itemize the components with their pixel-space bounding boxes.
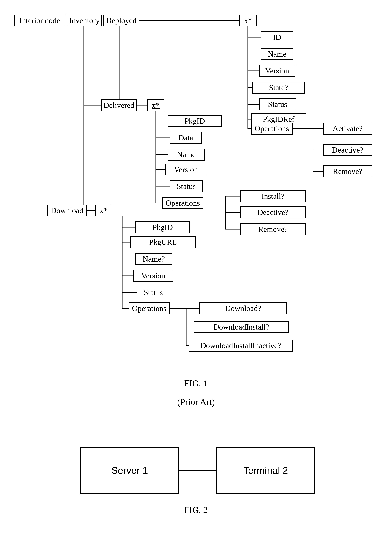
node-deployed-op-remove: Remove? xyxy=(323,166,372,177)
node-deployed-name: Name xyxy=(261,48,293,60)
node-delivered: Delivered xyxy=(101,99,137,111)
node-delivered-op-remove: Remove? xyxy=(240,223,306,235)
node-deployed-status: Status xyxy=(259,98,296,110)
node-deployed-state: State? xyxy=(252,82,305,94)
connector-lines xyxy=(0,0,392,541)
node-deployed-id: ID xyxy=(261,31,293,43)
fig1-caption: FIG. 1 xyxy=(0,378,392,388)
node-deployed: Deployed xyxy=(103,15,139,26)
node-delivered-pkgid: PkgID xyxy=(168,115,222,127)
node-interior: Interior node xyxy=(14,15,65,26)
node-download-name: Name? xyxy=(135,253,172,265)
node-deployed-version: Version xyxy=(259,65,295,77)
node-download-version: Version xyxy=(133,270,173,282)
node-delivered-data: Data xyxy=(170,132,202,144)
fig2-terminal-box: Terminal 2 xyxy=(216,447,315,494)
node-delivered-version: Version xyxy=(165,164,206,176)
node-delivered-x: x* xyxy=(147,99,164,111)
node-download-pkgid: PkgID xyxy=(135,221,190,233)
page: Interior node Inventory Deployed x* ID N… xyxy=(0,0,392,541)
node-download-operations: Operations xyxy=(129,302,170,314)
node-download-pkgurl: PkgURL xyxy=(131,236,196,248)
node-download-status: Status xyxy=(136,286,170,298)
fig1-subcaption: (Prior Art) xyxy=(0,397,392,407)
node-deployed-operations: Operations xyxy=(251,123,293,135)
node-delivered-op-install: Install? xyxy=(240,190,306,202)
node-deployed-x: x* xyxy=(239,15,256,26)
node-deployed-op-deactive: Deactive? xyxy=(323,144,372,156)
fig2-server-box: Server 1 xyxy=(80,447,179,494)
node-delivered-operations: Operations xyxy=(162,197,204,209)
node-download: Download xyxy=(47,205,87,217)
node-download-op-download: Download? xyxy=(199,302,287,314)
node-inventory: Inventory xyxy=(67,15,102,26)
node-delivered-name: Name xyxy=(168,149,205,161)
fig2-caption: FIG. 2 xyxy=(0,505,392,515)
node-download-x: x* xyxy=(95,205,112,217)
node-download-op-downloadinstall: DownloadInstall? xyxy=(194,321,289,333)
node-download-op-downloadinstallinactive: DownloadInstallInactive? xyxy=(188,340,293,352)
node-delivered-op-deactive: Deactive? xyxy=(240,206,306,218)
node-delivered-status: Status xyxy=(170,180,203,192)
node-deployed-op-activate: Activate? xyxy=(323,123,372,135)
